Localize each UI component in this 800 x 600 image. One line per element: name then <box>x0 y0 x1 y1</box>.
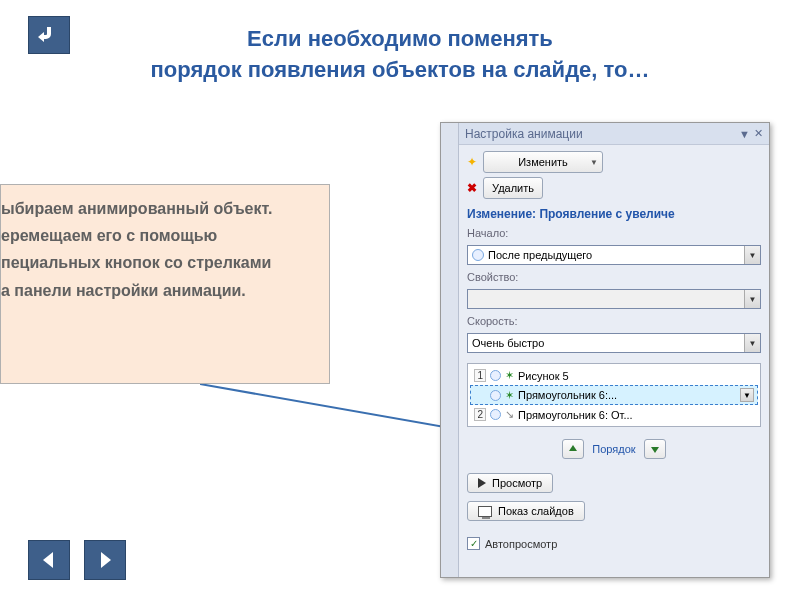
instruction-line-2: еремещаем его с помощью <box>1 222 321 249</box>
animation-list: 1 ✶ Рисунок 5 0 ✶ Прямоугольник 6:... ▼ … <box>467 363 761 427</box>
screen-icon <box>478 506 492 517</box>
title-line-2: порядок появления объектов на слайде, то… <box>60 55 740 86</box>
prev-slide-button[interactable] <box>28 540 70 580</box>
panel-header: Настройка анимации ▼ ✕ <box>459 123 769 145</box>
effect-icon: ✶ <box>505 369 514 382</box>
next-slide-button[interactable] <box>84 540 126 580</box>
speed-combo[interactable]: Очень быстро ▼ <box>467 333 761 353</box>
instruction-line-1: ыбираем анимированный объект. <box>1 195 321 222</box>
item-label: Прямоугольник 6:... <box>518 389 617 401</box>
list-item-selected[interactable]: 0 ✶ Прямоугольник 6:... ▼ <box>470 385 758 405</box>
property-combo: ▼ <box>467 289 761 309</box>
play-icon <box>478 478 486 488</box>
chevron-down-icon[interactable]: ▼ <box>744 334 760 352</box>
clock-icon <box>472 249 484 261</box>
svg-marker-2 <box>43 552 53 568</box>
autopreview-label: Автопросмотр <box>485 538 557 550</box>
chevron-down-icon[interactable]: ▼ <box>740 388 754 402</box>
reorder-down-button[interactable] <box>644 439 666 459</box>
clock-icon <box>490 409 501 420</box>
svg-marker-5 <box>651 447 659 453</box>
svg-marker-4 <box>569 445 577 451</box>
change-label: Изменение: Проявление с увеличе <box>467 207 761 221</box>
chevron-down-icon: ▼ <box>590 158 598 167</box>
item-number: 1 <box>474 369 486 382</box>
panel-title: Настройка анимации <box>465 127 583 141</box>
start-combo[interactable]: После предыдущего ▼ <box>467 245 761 265</box>
modify-button[interactable]: Изменить ▼ <box>483 151 603 173</box>
autopreview-checkbox[interactable]: ✓ <box>467 537 480 550</box>
effect-icon: ✶ <box>505 389 514 402</box>
item-number: 2 <box>474 408 486 421</box>
speed-label: Скорость: <box>467 315 761 327</box>
preview-button[interactable]: Просмотр <box>467 473 553 493</box>
slide-title: Если необходимо поменять порядок появлен… <box>60 24 740 86</box>
chevron-down-icon: ▼ <box>744 290 760 308</box>
star-icon: ✦ <box>467 155 477 169</box>
order-label: Порядок <box>592 443 635 455</box>
close-icon[interactable]: ✕ <box>754 127 763 140</box>
remove-icon: ✖ <box>467 181 477 195</box>
svg-marker-3 <box>101 552 111 568</box>
reorder-up-button[interactable] <box>562 439 584 459</box>
list-item[interactable]: 2 ↘ Прямоугольник 6: От... <box>470 405 758 424</box>
panel-left-strip <box>441 123 459 577</box>
chevron-down-icon[interactable]: ▼ <box>739 128 750 140</box>
chevron-down-icon[interactable]: ▼ <box>744 246 760 264</box>
start-label: Начало: <box>467 227 761 239</box>
title-line-1: Если необходимо поменять <box>60 24 740 55</box>
item-label: Рисунок 5 <box>518 370 569 382</box>
item-label: Прямоугольник 6: От... <box>518 409 633 421</box>
list-item[interactable]: 1 ✶ Рисунок 5 <box>470 366 758 385</box>
remove-button[interactable]: Удалить <box>483 177 543 199</box>
instruction-line-4: а панели настройки анимации. <box>1 277 321 304</box>
property-label: Свойство: <box>467 271 761 283</box>
instruction-line-3: пециальных кнопок со стрелками <box>1 249 321 276</box>
clock-icon <box>490 390 501 401</box>
slideshow-button[interactable]: Показ слайдов <box>467 501 585 521</box>
clock-icon <box>490 370 501 381</box>
effect-icon: ↘ <box>505 408 514 421</box>
animation-panel-screenshot: Настройка анимации ▼ ✕ ✦ Изменить ▼ ✖ Уд… <box>440 122 770 578</box>
instruction-textbox: ыбираем анимированный объект. еремещаем … <box>0 184 330 384</box>
